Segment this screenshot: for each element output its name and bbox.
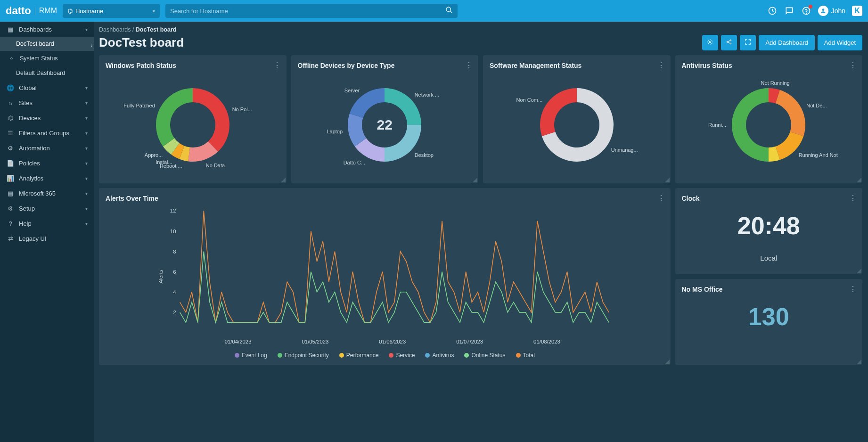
clock-icon[interactable] bbox=[767, 6, 778, 16]
svg-text:Appro...: Appro... bbox=[145, 152, 163, 158]
widget-menu-icon[interactable]: ⋮ bbox=[849, 61, 857, 70]
widget-alerts-over-time: Alerts Over Time ⋮ 24681012Alerts01/04/2… bbox=[99, 188, 671, 365]
legend-item[interactable]: Online Status bbox=[464, 352, 505, 359]
clock-zone: Local bbox=[682, 254, 856, 262]
top-bar: datto RMM ⌬ Hostname ▾ John K bbox=[0, 0, 868, 22]
sidebar-item-analytics[interactable]: 📊Analytics▾ bbox=[0, 171, 94, 186]
svg-text:01/04/2023: 01/04/2023 bbox=[225, 339, 252, 344]
add-dashboard-button[interactable]: Add Dashboard bbox=[759, 35, 814, 50]
svg-text:10: 10 bbox=[170, 229, 176, 234]
nav-icon: ☰ bbox=[7, 129, 14, 137]
svg-point-8 bbox=[730, 40, 731, 41]
help-icon[interactable] bbox=[801, 6, 811, 16]
widget-menu-icon[interactable]: ⋮ bbox=[657, 194, 665, 203]
sidebar-collapse[interactable]: ‹ bbox=[88, 40, 94, 51]
center-count: 22 bbox=[377, 117, 393, 133]
svg-text:Server: Server bbox=[344, 88, 360, 93]
sidebar-item-doctest[interactable]: DocTest board bbox=[0, 37, 94, 51]
widget-antivirus: Antivirus Status ⋮ Not RunningNot De...R… bbox=[675, 55, 863, 183]
sidebar-dashboards[interactable]: ▦Dashboards ▾ bbox=[0, 22, 94, 37]
chevron-down-icon: ▾ bbox=[85, 191, 88, 196]
sidebar-item-sites[interactable]: ⌂Sites▾ bbox=[0, 95, 94, 110]
legend-item[interactable]: Antivirus bbox=[425, 352, 454, 359]
kaseya-badge[interactable]: K bbox=[852, 6, 862, 16]
widget-title: Alerts Over Time bbox=[106, 195, 664, 202]
widget-menu-icon[interactable]: ⋮ bbox=[273, 61, 281, 70]
legend-item[interactable]: Performance bbox=[339, 352, 379, 359]
legend-dot bbox=[278, 353, 282, 358]
widget-menu-icon[interactable]: ⋮ bbox=[849, 285, 857, 294]
chevron-down-icon: ▾ bbox=[85, 161, 88, 166]
search-box[interactable] bbox=[165, 4, 458, 18]
resize-handle[interactable] bbox=[473, 178, 477, 182]
widget-menu-icon[interactable]: ⋮ bbox=[465, 61, 473, 70]
svg-text:Not Running: Not Running bbox=[761, 80, 790, 86]
svg-text:6: 6 bbox=[173, 269, 176, 275]
svg-text:8: 8 bbox=[173, 249, 176, 254]
sidebar-item-default-dashboard[interactable]: Default Dashboard bbox=[0, 66, 94, 80]
avatar-icon bbox=[818, 6, 828, 16]
clock-time: 20:48 bbox=[682, 212, 856, 240]
nav-icon: ⚙ bbox=[7, 205, 14, 212]
sidebar-item-help[interactable]: ?Help▾ bbox=[0, 216, 94, 231]
widget-menu-icon[interactable]: ⋮ bbox=[849, 194, 857, 203]
widget-menu-icon[interactable]: ⋮ bbox=[657, 61, 665, 70]
legend-dot bbox=[339, 353, 344, 358]
sidebar-item-filters-and-groups[interactable]: ☰Filters and Groups▾ bbox=[0, 125, 94, 140]
legend-item[interactable]: Total bbox=[516, 352, 535, 359]
settings-button[interactable] bbox=[702, 35, 718, 50]
resize-handle[interactable] bbox=[857, 178, 861, 182]
sidebar-item-setup[interactable]: ⚙Setup▾ bbox=[0, 201, 94, 216]
add-widget-button[interactable]: Add Widget bbox=[818, 35, 862, 50]
share-icon: ⚬ bbox=[8, 55, 15, 62]
widget-patch-status: Windows Patch Status ⋮ No Pol...No DataR… bbox=[99, 55, 287, 183]
sidebar-item-automation[interactable]: ⚙Automation▾ bbox=[0, 140, 94, 156]
legend-item[interactable]: Service bbox=[389, 352, 415, 359]
sidebar-item-microsoft-365[interactable]: ▤Microsoft 365▾ bbox=[0, 186, 94, 201]
svg-point-4 bbox=[806, 13, 806, 14]
svg-text:No Pol...: No Pol... bbox=[232, 106, 252, 112]
sidebar-item-system-status[interactable]: ⚬System Status bbox=[0, 51, 94, 66]
sidebar-item-legacy-ui[interactable]: ⇄Legacy UI bbox=[0, 231, 94, 246]
resize-handle[interactable] bbox=[281, 178, 286, 182]
resize-handle[interactable] bbox=[857, 360, 861, 364]
legend-item[interactable]: Endpoint Security bbox=[278, 352, 329, 359]
chevron-down-icon: ▾ bbox=[85, 206, 88, 211]
legend-dot bbox=[464, 353, 469, 358]
user-menu[interactable]: John bbox=[818, 6, 845, 16]
legend-dot bbox=[425, 353, 430, 358]
fullscreen-button[interactable] bbox=[740, 35, 756, 50]
chevron-down-icon: ▾ bbox=[85, 27, 88, 32]
svg-text:No Data: No Data bbox=[206, 163, 225, 168]
page-title: DocTest board bbox=[99, 35, 184, 50]
widget-software-mgmt: Software Management Status ⋮ Unmanag...N… bbox=[483, 55, 671, 183]
svg-point-7 bbox=[727, 41, 728, 42]
svg-text:Desktop: Desktop bbox=[415, 152, 434, 158]
chat-icon[interactable] bbox=[784, 6, 794, 16]
resize-handle[interactable] bbox=[857, 269, 861, 273]
sidebar-item-policies[interactable]: 📄Policies▾ bbox=[0, 156, 94, 171]
sidebar-item-global[interactable]: 🌐Global▾ bbox=[0, 80, 94, 95]
chevron-down-icon: ▾ bbox=[85, 221, 88, 226]
legend-item[interactable]: Event Log bbox=[235, 352, 267, 359]
svg-line-1 bbox=[450, 11, 452, 13]
brand-logo: datto RMM bbox=[6, 5, 57, 17]
nav-icon: ⇄ bbox=[7, 235, 14, 242]
breadcrumb-root[interactable]: Dashboards bbox=[99, 26, 131, 33]
svg-text:2: 2 bbox=[173, 310, 176, 315]
sidebar-item-devices[interactable]: ⌬Devices▾ bbox=[0, 110, 94, 125]
chevron-down-icon: ▾ bbox=[85, 131, 88, 136]
share-button[interactable] bbox=[721, 35, 737, 50]
resize-handle[interactable] bbox=[665, 360, 670, 364]
svg-text:Fully Patched: Fully Patched bbox=[123, 103, 155, 108]
svg-point-6 bbox=[710, 41, 712, 43]
widget-offline-devices: Offline Devices by Device Type ⋮ Network… bbox=[291, 55, 479, 183]
widget-clock: Clock ⋮ 20:48 Local bbox=[675, 188, 863, 274]
search-input[interactable] bbox=[170, 8, 445, 15]
alerts-chart: 24681012Alerts01/04/202301/05/202301/06/… bbox=[106, 206, 664, 347]
search-icon[interactable] bbox=[445, 6, 453, 16]
hostname-dropdown[interactable]: ⌬ Hostname ▾ bbox=[63, 4, 160, 18]
nav-icon: ⚙ bbox=[7, 144, 14, 152]
widget-no-ms-office: No MS Office ⋮ 130 bbox=[675, 279, 863, 365]
resize-handle[interactable] bbox=[665, 178, 670, 182]
